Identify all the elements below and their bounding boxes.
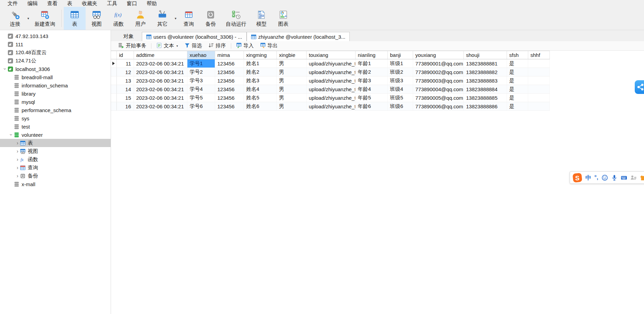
column-header-shhf[interactable]: shhf xyxy=(528,51,549,59)
chevron-expanded-icon[interactable]: › xyxy=(9,132,14,137)
cell-addtime-15[interactable]: 2023-02-06 00:34:21 xyxy=(134,94,187,102)
cell-mima-13[interactable]: 123456 xyxy=(215,76,244,85)
cell-sfsh-16[interactable]: 是 xyxy=(507,102,528,111)
menu-item-favorites[interactable]: 收藏夹 xyxy=(77,0,102,7)
cell-banji-12[interactable]: 班级2 xyxy=(387,68,413,76)
column-header-mima[interactable]: mima xyxy=(215,51,244,59)
chevron-collapsed-icon[interactable]: › xyxy=(15,157,20,162)
connect-button[interactable]: 连接 xyxy=(4,7,26,30)
cell-mima-15[interactable]: 123456 xyxy=(215,94,244,102)
menu-item-help[interactable]: 帮助 xyxy=(142,0,162,7)
sort-button[interactable]: 排序 xyxy=(205,42,229,50)
column-header-xingbie[interactable]: xingbie xyxy=(276,51,306,59)
cell-nianling-14[interactable]: 年龄4 xyxy=(355,85,387,94)
cell-nianling-16[interactable]: 年龄6 xyxy=(355,102,387,111)
menu-item-view[interactable]: 查看 xyxy=(42,0,62,7)
charts-button[interactable]: 图表 xyxy=(272,7,294,30)
begin-transaction-button[interactable]: 开始事务 xyxy=(115,42,149,50)
cell-xuehao-11[interactable]: 学号1 xyxy=(187,59,215,68)
cell-touxiang-12[interactable]: upload/zhiyuanzhe_t xyxy=(306,68,355,76)
cell-banji-16[interactable]: 班级6 xyxy=(387,102,413,111)
column-header-id[interactable]: id xyxy=(116,51,134,59)
ime-emoji-icon[interactable] xyxy=(602,174,608,181)
sidebar-item-connection-120-48-baiduyun[interactable]: 120.48百度云 xyxy=(0,48,111,57)
row-marker[interactable] xyxy=(111,102,116,111)
cell-addtime-11[interactable]: 2023-02-06 00:34:21 xyxy=(134,59,187,68)
cell-xuehao-14[interactable]: 学号4 xyxy=(187,85,215,94)
cell-touxiang-13[interactable]: upload/zhiyuanzhe_t xyxy=(306,76,355,85)
new-query-button[interactable]: 新建查询 xyxy=(30,7,59,30)
column-header-touxiang[interactable]: touxiang xyxy=(306,51,355,59)
cell-xingbie-16[interactable]: 男 xyxy=(276,102,306,111)
cell-nianling-15[interactable]: 年龄5 xyxy=(355,94,387,102)
cell-banji-15[interactable]: 班级5 xyxy=(387,94,413,102)
menu-item-window[interactable]: 窗口 xyxy=(122,0,142,7)
cell-mima-11[interactable]: 123456 xyxy=(215,59,244,68)
tab-objects[interactable]: 对象 xyxy=(115,32,142,41)
chevron-collapsed-icon[interactable]: › xyxy=(15,165,20,170)
row-marker[interactable] xyxy=(111,59,116,68)
tab-users-table[interactable]: users @volunteer (localhost_3306) - ... xyxy=(142,32,247,41)
column-header-addtime[interactable]: addtime xyxy=(134,51,187,59)
sidebar-item-volunteer-backups[interactable]: ›备份 xyxy=(0,172,111,180)
cell-nianling-12[interactable]: 年龄2 xyxy=(355,68,387,76)
cell-xingming-15[interactable]: 姓名5 xyxy=(244,94,276,102)
cell-mima-16[interactable]: 123456 xyxy=(215,102,244,111)
cell-sfsh-14[interactable]: 是 xyxy=(507,85,528,94)
sidebar-item-db-mysql[interactable]: mysql xyxy=(0,98,111,106)
column-header-xuehao[interactable]: xuehao xyxy=(187,51,215,59)
cell-touxiang-14[interactable]: upload/zhiyuanzhe_t xyxy=(306,85,355,94)
cell-shhf-12[interactable] xyxy=(528,68,549,76)
cell-youxiang-11[interactable]: 773890001@qq.com xyxy=(413,59,463,68)
cell-nianling-11[interactable]: 年龄1 xyxy=(355,59,387,68)
cell-sfsh-12[interactable]: 是 xyxy=(507,68,528,76)
ime-mic-icon[interactable] xyxy=(611,174,618,181)
tables-button[interactable]: 表 xyxy=(64,7,86,30)
ime-mode-chinese[interactable]: 中 xyxy=(585,174,591,182)
column-header-youxiang[interactable]: youxiang xyxy=(413,51,463,59)
cell-xingming-14[interactable]: 姓名4 xyxy=(244,85,276,94)
import-button[interactable]: 导入 xyxy=(233,42,257,50)
cell-addtime-13[interactable]: 2023-02-06 00:34:21 xyxy=(134,76,187,85)
menu-item-file[interactable]: 文件 xyxy=(3,0,23,7)
floating-quick-access-button[interactable] xyxy=(635,80,644,94)
ime-keyboard-icon[interactable] xyxy=(621,174,627,181)
models-button[interactable]: 模型 xyxy=(250,7,272,30)
cell-xuehao-12[interactable]: 学号2 xyxy=(187,68,215,76)
cell-shhf-13[interactable] xyxy=(528,76,549,85)
chevron-expanded-icon[interactable]: › xyxy=(2,67,8,71)
functions-button[interactable]: f(x)函数 xyxy=(108,7,129,30)
cell-id-11[interactable]: 11 xyxy=(116,59,134,68)
others-button[interactable]: 其它 xyxy=(151,7,173,30)
cell-addtime-14[interactable]: 2023-02-06 00:34:21 xyxy=(134,85,187,94)
cell-addtime-16[interactable]: 2023-02-06 00:34:21 xyxy=(134,102,187,111)
cell-youxiang-14[interactable]: 773890004@qq.com xyxy=(413,85,463,94)
row-marker[interactable] xyxy=(111,68,116,76)
chevron-collapsed-icon[interactable]: › xyxy=(15,148,20,154)
cell-shouji-11[interactable]: 13823888881 xyxy=(463,59,507,68)
backup-button[interactable]: 备份 xyxy=(200,7,222,30)
column-header-sfsh[interactable]: sfsh xyxy=(507,51,528,59)
tab-zhiyuanzhe-table[interactable]: zhiyuanzhe @volunteer (localhost_3... xyxy=(247,32,350,41)
others-dropdown-caret[interactable]: ▾ xyxy=(173,7,178,30)
cell-touxiang-15[interactable]: upload/zhiyuanzhe_t xyxy=(306,94,355,102)
sidebar-item-connection-111[interactable]: 111 xyxy=(0,40,111,48)
sidebar-item-volunteer-queries[interactable]: ›查询 xyxy=(0,164,111,172)
cell-sfsh-13[interactable]: 是 xyxy=(507,76,528,85)
sidebar-item-connection-124-71-gong[interactable]: 124.71公 xyxy=(0,57,111,65)
cell-xingming-16[interactable]: 姓名6 xyxy=(244,102,276,111)
cell-nianling-13[interactable]: 年龄3 xyxy=(355,76,387,85)
ime-skin-icon[interactable] xyxy=(640,174,644,181)
cell-xingming-12[interactable]: 姓名2 xyxy=(244,68,276,76)
cell-youxiang-12[interactable]: 773890002@qq.com xyxy=(413,68,463,76)
connect-dropdown-caret[interactable]: ▾ xyxy=(26,7,30,30)
filter-button[interactable]: 筛选 xyxy=(181,42,205,50)
cell-xingbie-11[interactable]: 男 xyxy=(276,59,306,68)
cell-youxiang-16[interactable]: 773890006@qq.com xyxy=(413,102,463,111)
cell-mima-12[interactable]: 123456 xyxy=(215,68,244,76)
menu-item-tools[interactable]: 工具 xyxy=(102,0,122,7)
cell-xingbie-13[interactable]: 男 xyxy=(276,76,306,85)
cell-shouji-12[interactable]: 13823888882 xyxy=(463,68,507,76)
cell-id-13[interactable]: 13 xyxy=(116,76,134,85)
cell-id-14[interactable]: 14 xyxy=(116,85,134,94)
